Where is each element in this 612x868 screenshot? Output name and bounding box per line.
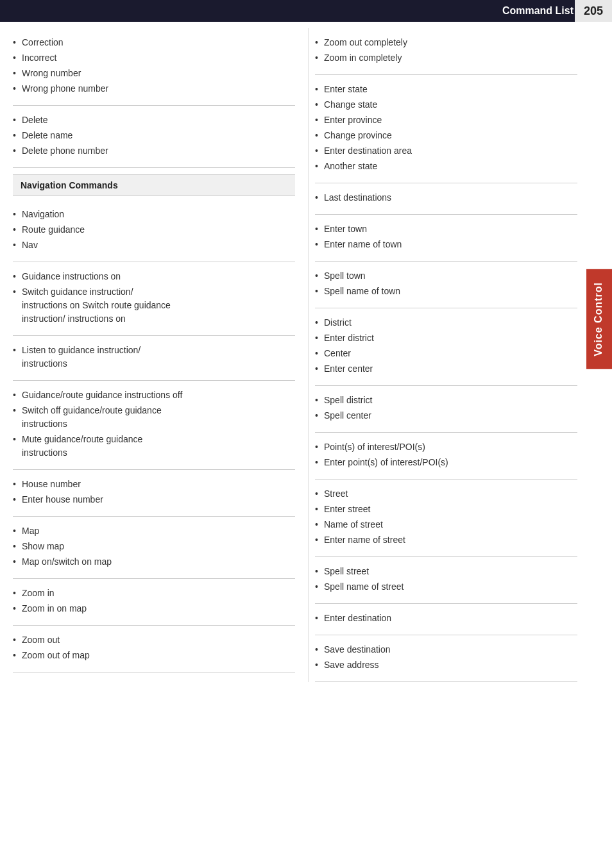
- list-item: Nav: [13, 238, 295, 254]
- nav-listen-list: Listen to guidance instruction/instructi…: [13, 341, 295, 375]
- list-item: Show map: [13, 540, 295, 555]
- list-item: Enter province: [315, 113, 577, 129]
- nav-zoom-out-group: Zoom out Zoom out of map: [13, 626, 295, 672]
- list-item: District: [315, 316, 577, 331]
- delete-list: Delete Delete name Delete phone number: [13, 111, 295, 162]
- nav-off-list: Guidance/route guidance instructions off…: [13, 386, 295, 464]
- nav-house-list: House number Enter house number: [13, 475, 295, 511]
- list-item: Delete name: [13, 129, 295, 144]
- spell-street-list: Spell street Spell name of street: [315, 562, 577, 598]
- nav-off-group: Guidance/route guidance instructions off…: [13, 381, 295, 470]
- street-list: Street Enter street Name of street Enter…: [315, 485, 577, 551]
- list-item: Spell town: [315, 269, 577, 285]
- spell-district-list: Spell district Spell center: [315, 391, 577, 427]
- poi-group: Point(s) of interest/POI(s) Enter point(…: [315, 433, 577, 480]
- list-item: Another state: [315, 160, 577, 175]
- enter-dest-list: Enter destination: [315, 609, 577, 630]
- list-item: Listen to guidance instruction/instructi…: [13, 344, 295, 372]
- last-dest-group: Last destinations: [315, 183, 577, 215]
- nav-basic-group: Navigation Route guidance Nav: [13, 200, 295, 262]
- list-item: Zoom out of map: [13, 649, 295, 664]
- nav-house-group: House number Enter house number: [13, 470, 295, 517]
- list-item: Spell street: [315, 565, 577, 580]
- save-dest-list: Save destination Save address: [315, 640, 577, 676]
- list-item: Save destination: [315, 643, 577, 658]
- list-item: Guidance instructions on: [13, 270, 295, 285]
- town-list: Enter town Enter name of town: [315, 220, 577, 256]
- list-item: Guidance/route guidance instructions off: [13, 388, 295, 404]
- last-dest-list: Last destinations: [315, 188, 577, 209]
- list-item: Center: [315, 347, 577, 362]
- list-item: Enter destination: [315, 612, 577, 627]
- nav-guidance-on-list: Guidance instructions on Switch guidance…: [13, 267, 295, 330]
- nav-listen-group: Listen to guidance instruction/instructi…: [13, 336, 295, 381]
- nav-zoom-in-group: Zoom in Zoom in on map: [13, 579, 295, 626]
- list-item: Route guidance: [13, 223, 295, 238]
- list-item: Enter center: [315, 362, 577, 378]
- list-item: Zoom out: [13, 633, 295, 649]
- list-item: Delete phone number: [13, 144, 295, 160]
- list-item: House number: [13, 478, 295, 493]
- corrections-list: Correction Incorrect Wrong number Wrong …: [13, 33, 295, 100]
- list-item: Switch guidance instruction/instructions…: [13, 285, 295, 328]
- list-item: Enter house number: [13, 493, 295, 508]
- nav-zoom-out-list: Zoom out Zoom out of map: [13, 631, 295, 667]
- district-list: District Enter district Center Enter cen…: [315, 313, 577, 380]
- nav-commands-header: Navigation Commands: [13, 174, 295, 196]
- list-item: Change state: [315, 98, 577, 113]
- zoom-complete-group: Zoom out completely Zoom in completely: [315, 28, 577, 75]
- state-group: Enter state Change state Enter province …: [315, 75, 577, 183]
- nav-basic-list: Navigation Route guidance Nav: [13, 205, 295, 256]
- zoom-complete-list: Zoom out completely Zoom in completely: [315, 33, 577, 69]
- list-item: Navigation: [13, 208, 295, 223]
- right-column: Zoom out completely Zoom in completely E…: [308, 28, 577, 682]
- list-item: Zoom in completely: [315, 51, 577, 67]
- list-item: Wrong number: [13, 67, 295, 82]
- list-item: Spell district: [315, 394, 577, 409]
- delete-group: Delete Delete name Delete phone number: [13, 106, 295, 168]
- list-item: Enter name of town: [315, 238, 577, 253]
- page-number: 205: [575, 0, 612, 22]
- corrections-group: Correction Incorrect Wrong number Wrong …: [13, 28, 295, 106]
- list-item: Correction: [13, 36, 295, 51]
- list-item: Map on/switch on map: [13, 555, 295, 571]
- list-item: Spell name of street: [315, 580, 577, 596]
- nav-zoom-in-list: Zoom in Zoom in on map: [13, 584, 295, 620]
- list-item: Change province: [315, 129, 577, 144]
- nav-map-group: Map Show map Map on/switch on map: [13, 517, 295, 579]
- list-item: Zoom out completely: [315, 36, 577, 51]
- list-item: Enter destination area: [315, 144, 577, 160]
- poi-list: Point(s) of interest/POI(s) Enter point(…: [315, 438, 577, 474]
- main-content: Correction Incorrect Wrong number Wrong …: [0, 22, 612, 689]
- page-header: Command List 205: [0, 0, 612, 22]
- list-item: Delete: [13, 113, 295, 129]
- list-item: Spell name of town: [315, 285, 577, 300]
- side-label: Voice Control: [586, 269, 612, 369]
- list-item: Zoom in: [13, 587, 295, 602]
- list-item: Save address: [315, 658, 577, 674]
- list-item: Zoom in on map: [13, 602, 295, 617]
- spell-town-list: Spell town Spell name of town: [315, 267, 577, 303]
- save-dest-group: Save destination Save address: [315, 635, 577, 682]
- list-item: Enter street: [315, 503, 577, 518]
- district-group: District Enter district Center Enter cen…: [315, 308, 577, 386]
- list-item: Wrong phone number: [13, 82, 295, 97]
- list-item: Mute guidance/route guidanceinstructions: [13, 433, 295, 462]
- list-item: Name of street: [315, 518, 577, 533]
- list-item: Switch off guidance/route guidanceinstru…: [13, 404, 295, 433]
- list-item: Enter town: [315, 222, 577, 238]
- list-item: Map: [13, 524, 295, 540]
- list-item: Incorrect: [13, 51, 295, 67]
- list-item: Enter district: [315, 331, 577, 347]
- spell-district-group: Spell district Spell center: [315, 386, 577, 433]
- left-column: Correction Incorrect Wrong number Wrong …: [13, 28, 308, 682]
- spell-town-group: Spell town Spell name of town: [315, 262, 577, 308]
- spell-street-group: Spell street Spell name of street: [315, 557, 577, 604]
- state-list: Enter state Change state Enter province …: [315, 80, 577, 178]
- enter-dest-group: Enter destination: [315, 604, 577, 635]
- list-item: Point(s) of interest/POI(s): [315, 440, 577, 456]
- nav-guidance-on-group: Guidance instructions on Switch guidance…: [13, 262, 295, 336]
- header-title: Command List: [502, 5, 574, 16]
- town-group: Enter town Enter name of town: [315, 215, 577, 262]
- list-item: Enter point(s) of interest/POI(s): [315, 456, 577, 471]
